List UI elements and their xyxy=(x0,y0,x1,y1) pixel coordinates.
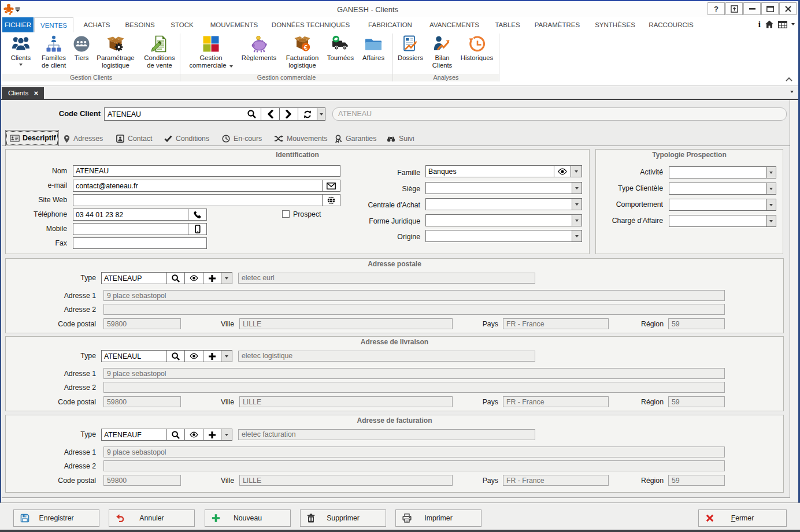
ribbon-button-tiers[interactable]: Tiers xyxy=(71,34,92,74)
document-tab-close-icon[interactable]: ✕ xyxy=(34,90,38,96)
adresse2-input[interactable] xyxy=(103,460,725,471)
ribbon-tab-fabrication[interactable]: FABRICATION xyxy=(362,17,418,32)
type-code-input[interactable] xyxy=(102,429,166,440)
print-button[interactable]: Imprimer xyxy=(395,509,482,527)
collapse-ribbon-button[interactable] xyxy=(785,76,793,82)
ribbon-button-tournees[interactable]: Tournées xyxy=(325,34,356,74)
ribbon-tab-stock[interactable]: STOCK xyxy=(165,17,199,32)
call-phone-button[interactable] xyxy=(188,209,206,220)
type-code-input[interactable] xyxy=(102,351,166,362)
tab-garanties[interactable]: Garanties xyxy=(335,133,376,144)
ribbon-button-dossiers[interactable]: Dossiers xyxy=(395,34,425,74)
forme-dropdown-button[interactable] xyxy=(572,215,582,226)
ribbon-tab-tables[interactable]: TABLES xyxy=(491,17,524,32)
fax-input[interactable] xyxy=(73,237,207,249)
nom-input[interactable] xyxy=(73,165,340,177)
type-dropdown-button[interactable] xyxy=(221,351,232,362)
ribbon-button-gestion-commerciale[interactable]: Gestion commerciale xyxy=(184,34,238,74)
activite-dropdown-button[interactable] xyxy=(766,167,776,178)
table-view-caret-icon[interactable] xyxy=(791,23,795,25)
pays-input[interactable] xyxy=(503,475,609,486)
info-button[interactable]: i xyxy=(758,20,761,28)
ville-input[interactable] xyxy=(239,475,453,486)
adresse1-input[interactable] xyxy=(103,290,725,301)
ribbon-button-affaires[interactable]: Affaires xyxy=(357,34,390,74)
table-view-button[interactable] xyxy=(778,21,787,28)
centrale-dropdown-button[interactable] xyxy=(572,199,582,210)
pays-input[interactable] xyxy=(503,396,609,407)
type-dropdown-button[interactable] xyxy=(221,273,232,284)
famille-dropdown-button[interactable] xyxy=(571,166,582,177)
type-clientele-dropdown-button[interactable] xyxy=(766,183,776,194)
centrale-input[interactable] xyxy=(426,199,572,210)
tab-adresses[interactable]: Adresses xyxy=(64,133,103,144)
refresh-button[interactable] xyxy=(298,108,317,120)
delete-button[interactable]: Supprimer xyxy=(300,509,386,527)
ribbon-tab-parametres[interactable]: PARAMÈTRES xyxy=(530,17,584,32)
region-input[interactable] xyxy=(668,318,725,329)
search-type-button[interactable] xyxy=(166,351,184,362)
ribbon-button-bilan-clients[interactable]: Bilan Clients xyxy=(427,34,458,74)
adresse2-input[interactable] xyxy=(103,304,725,315)
search-button[interactable] xyxy=(242,108,261,120)
search-type-button[interactable] xyxy=(166,273,184,284)
code-postal-input[interactable] xyxy=(103,396,181,407)
code-postal-input[interactable] xyxy=(103,318,181,329)
tab-list-caret-icon[interactable] xyxy=(790,91,794,93)
ribbon-button-familles-de-client[interactable]: Familles de client xyxy=(37,34,71,74)
tab-suivi[interactable]: Suivi xyxy=(387,133,414,144)
ribbon-tab-ventes[interactable]: VENTES xyxy=(34,17,73,32)
ribbon-button-historiques[interactable]: Historiques xyxy=(458,34,496,74)
ribbon-button-clients[interactable]: Clients xyxy=(5,34,37,74)
help-button[interactable]: ? xyxy=(708,2,725,15)
tab-mouvements[interactable]: Mouvements xyxy=(274,133,327,144)
document-tab-clients[interactable]: Clients ✕ xyxy=(2,87,44,99)
tab-descriptif[interactable]: Descriptif xyxy=(5,130,59,146)
add-type-button[interactable] xyxy=(203,429,221,440)
region-input[interactable] xyxy=(668,396,725,407)
siteweb-input[interactable] xyxy=(73,195,322,206)
add-type-button[interactable] xyxy=(203,351,221,362)
ribbon-button-conditions-de-vente[interactable]: Conditions de vente xyxy=(139,34,180,74)
search-type-button[interactable] xyxy=(166,429,184,440)
open-website-button[interactable] xyxy=(322,195,340,206)
tab-en-cours[interactable]: En-cours xyxy=(222,133,262,144)
region-input[interactable] xyxy=(668,475,725,486)
activite-input[interactable] xyxy=(669,167,766,178)
minimize-button[interactable] xyxy=(743,2,761,15)
code-client-input[interactable] xyxy=(104,107,243,121)
pin-ribbon-button[interactable] xyxy=(725,2,743,15)
quick-access-caret-icon[interactable] xyxy=(15,8,20,12)
pays-input[interactable] xyxy=(503,318,609,329)
origine-dropdown-button[interactable] xyxy=(572,230,582,241)
code-postal-input[interactable] xyxy=(103,475,181,486)
call-mobile-button[interactable] xyxy=(188,224,206,235)
previous-record-button[interactable] xyxy=(261,108,279,120)
view-type-button[interactable] xyxy=(184,351,203,362)
comportement-dropdown-button[interactable] xyxy=(766,199,776,210)
add-type-button[interactable] xyxy=(203,273,221,284)
type-code-input[interactable] xyxy=(102,273,166,284)
close-button[interactable] xyxy=(779,2,797,15)
ribbon-button-reglements[interactable]: Règlements xyxy=(239,34,279,74)
email-input[interactable] xyxy=(73,180,322,191)
maximize-button[interactable] xyxy=(761,2,779,15)
ville-input[interactable] xyxy=(239,318,453,329)
mobile-input[interactable] xyxy=(73,224,188,235)
view-famille-button[interactable] xyxy=(554,166,571,177)
charge-affaire-dropdown-button[interactable] xyxy=(766,215,776,226)
view-type-button[interactable] xyxy=(184,429,203,440)
ribbon-tab-achats[interactable]: ACHATS xyxy=(78,17,116,32)
type-clientele-input[interactable] xyxy=(669,183,766,194)
ribbon-tab-donnees-techniques[interactable]: DONNÉES TECHNIQUES xyxy=(269,17,353,32)
ribbon-button-facturation-logistique[interactable]: € Facturation logistique xyxy=(280,34,325,74)
ribbon-tab-syntheses[interactable]: SYNTHÈSES xyxy=(590,17,640,32)
ville-input[interactable] xyxy=(239,396,453,407)
telephone-input[interactable] xyxy=(73,209,188,220)
charge-affaire-input[interactable] xyxy=(669,215,766,226)
new-button[interactable]: Nouveau xyxy=(205,509,291,527)
siege-dropdown-button[interactable] xyxy=(572,183,582,194)
adresse1-input[interactable] xyxy=(103,447,725,457)
origine-input[interactable] xyxy=(426,230,572,241)
close-form-button[interactable]: Fermer xyxy=(698,509,787,527)
